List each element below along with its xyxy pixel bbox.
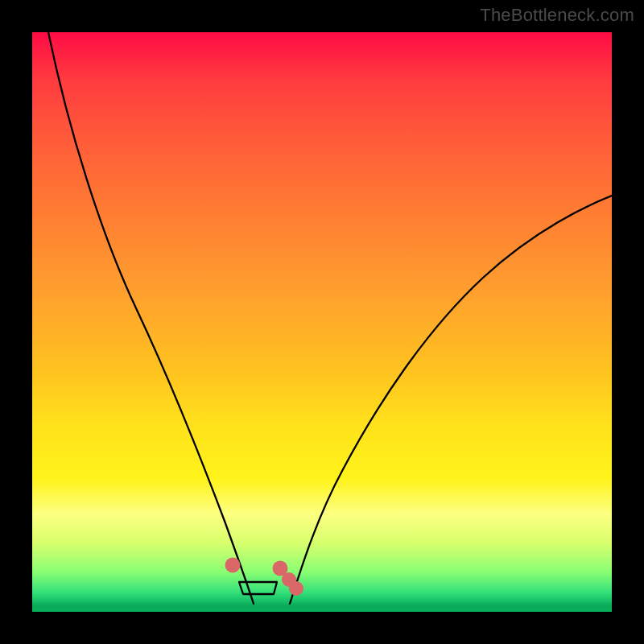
chart-svg	[32, 32, 612, 612]
marker-dots	[225, 558, 304, 597]
marker-blob	[239, 582, 277, 594]
watermark-text: TheBottleneck.com	[480, 5, 634, 26]
figure-container: TheBottleneck.com	[0, 0, 644, 644]
marker-dot	[225, 558, 241, 573]
plot-area	[32, 32, 612, 612]
marker-dot	[289, 581, 303, 596]
right-curve	[290, 196, 612, 604]
left-curve	[48, 32, 254, 604]
